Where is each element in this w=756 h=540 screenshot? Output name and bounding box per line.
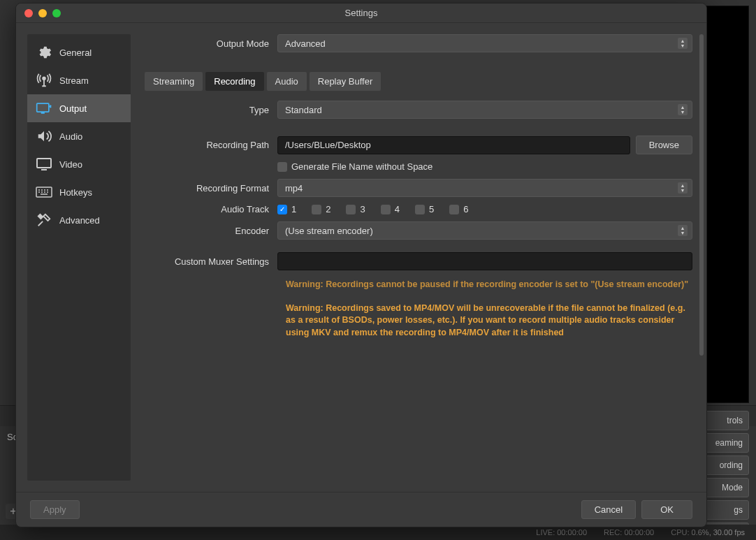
warning-pause: Warning: Recordings cannot be paused if … [286, 280, 692, 291]
settings-form: Output Mode Advanced ▲▼ Streaming Record… [131, 23, 706, 492]
type-select[interactable]: Standard ▲▼ [277, 101, 692, 119]
sidebar-item-hotkeys[interactable]: Hotkeys [27, 178, 131, 206]
tab-streaming[interactable]: Streaming [145, 72, 203, 91]
checkbox-icon [312, 205, 321, 214]
sidebar-item-audio[interactable]: Audio [27, 122, 131, 150]
recording-path-input[interactable]: /Users/BLue/Desktop [277, 136, 630, 154]
status-rec: REC: 00:00:00 [604, 528, 654, 537]
sidebar-item-label: Stream [59, 75, 89, 86]
encoder-value: (Use stream encoder) [285, 226, 373, 236]
checkbox-icon [381, 205, 391, 214]
scrollbar[interactable] [699, 34, 704, 356]
output-tabs: Streaming Recording Audio Replay Buffer [145, 72, 692, 91]
chevron-updown-icon: ▲▼ [678, 182, 688, 194]
tab-audio[interactable]: Audio [267, 72, 307, 91]
muxer-label: Custom Muxer Settings [145, 256, 277, 267]
warning-mp4: Warning: Recordings saved to MP4/MOV wil… [286, 302, 692, 340]
settings-window: Settings General Stream Output [15, 3, 707, 527]
tab-replay-buffer[interactable]: Replay Buffer [310, 72, 381, 91]
checkbox-icon [346, 205, 356, 214]
audio-track-4[interactable]: 4 [381, 204, 400, 214]
muxer-input[interactable] [277, 252, 692, 270]
antenna-icon [36, 73, 52, 87]
sidebar-item-advanced[interactable]: Advanced [27, 206, 131, 234]
gen-filename-checkbox[interactable]: Generate File Name without Space [277, 161, 432, 172]
close-icon[interactable] [24, 9, 33, 17]
audio-track-3[interactable]: 3 [346, 204, 365, 214]
encoder-select[interactable]: (Use stream encoder) ▲▼ [277, 221, 692, 240]
tab-recording[interactable]: Recording [205, 72, 263, 91]
checkbox-icon [415, 205, 425, 214]
audio-track-6[interactable]: 6 [449, 204, 468, 214]
output-mode-select[interactable]: Advanced ▲▼ [277, 34, 692, 52]
chevron-updown-icon: ▲▼ [678, 38, 688, 49]
chevron-updown-icon: ▲▼ [678, 225, 688, 236]
sidebar-item-label: Video [59, 159, 82, 170]
ok-button[interactable]: OK [641, 500, 692, 519]
output-mode-value: Advanced [285, 38, 326, 49]
settings-footer: Apply Cancel OK [16, 492, 706, 527]
warnings: Warning: Recordings cannot be paused if … [286, 280, 692, 340]
window-controls [16, 9, 61, 17]
recording-format-value: mp4 [285, 183, 303, 194]
audio-track-label: Audio Track [145, 204, 277, 214]
apply-button[interactable]: Apply [30, 500, 80, 519]
browse-button[interactable]: Browse [636, 136, 692, 154]
audio-track-1[interactable]: ✓1 [277, 204, 296, 214]
settings-sidebar: General Stream Output Audio [27, 34, 131, 481]
tools-icon [36, 213, 52, 227]
recording-format-label: Recording Format [145, 183, 277, 194]
sidebar-item-general[interactable]: General [27, 38, 131, 66]
sidebar-item-label: Audio [59, 131, 82, 142]
checkbox-icon [277, 162, 287, 172]
sidebar-item-label: General [59, 48, 92, 58]
checkbox-icon: ✓ [277, 205, 287, 214]
speaker-icon [36, 129, 52, 143]
output-mode-label: Output Mode [145, 38, 277, 49]
sidebar-item-output[interactable]: Output [27, 94, 131, 122]
sidebar-item-video[interactable]: Video [27, 150, 131, 178]
audio-track-2[interactable]: 2 [312, 204, 330, 214]
sidebar-item-label: Output [59, 103, 87, 114]
encoder-label: Encoder [145, 226, 277, 236]
type-value: Standard [285, 105, 322, 115]
zoom-icon[interactable] [52, 9, 61, 17]
minimize-icon[interactable] [38, 9, 47, 17]
audio-track-5[interactable]: 5 [415, 204, 434, 214]
checkbox-icon [449, 205, 459, 214]
window-title: Settings [16, 8, 706, 18]
sidebar-item-label: Hotkeys [59, 187, 92, 198]
sidebar-item-stream[interactable]: Stream [27, 66, 131, 94]
type-label: Type [145, 105, 277, 115]
output-icon [36, 101, 52, 115]
svg-rect-1 [37, 103, 49, 112]
status-live: LIVE: 00:00:00 [536, 528, 587, 537]
recording-path-label: Recording Path [145, 140, 277, 150]
recording-path-value: /Users/BLue/Desktop [285, 140, 371, 150]
status-cpu: CPU: 0.6%, 30.00 fps [671, 528, 745, 537]
gear-icon [36, 45, 52, 59]
svg-rect-2 [37, 159, 51, 168]
chevron-updown-icon: ▲▼ [678, 104, 688, 115]
cancel-button[interactable]: Cancel [581, 500, 636, 519]
recording-format-select[interactable]: mp4 ▲▼ [277, 179, 692, 197]
keyboard-icon [36, 185, 52, 199]
sidebar-item-label: Advanced [59, 215, 100, 226]
monitor-icon [36, 157, 52, 171]
gen-filename-label: Generate File Name without Space [291, 161, 432, 172]
titlebar[interactable]: Settings [16, 3, 706, 23]
svg-point-0 [43, 77, 45, 80]
